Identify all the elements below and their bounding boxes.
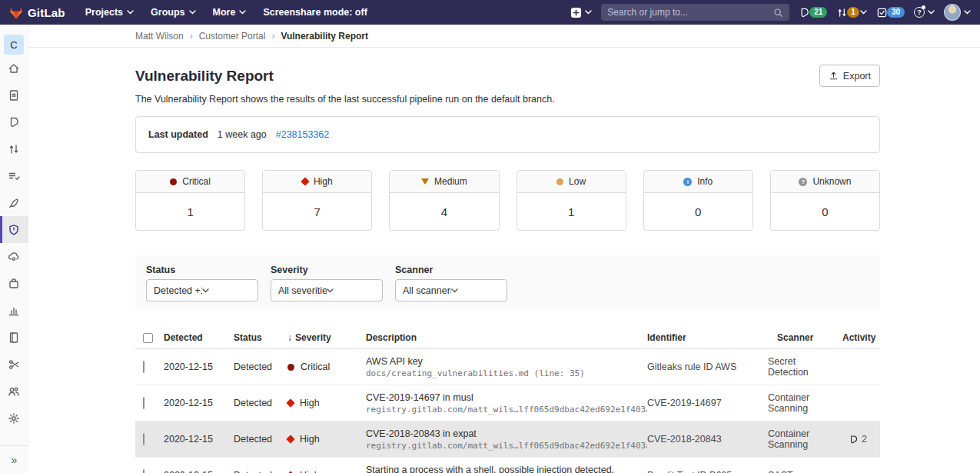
column-header-detected[interactable]: Detected bbox=[164, 332, 234, 343]
sidebar-item-members[interactable] bbox=[0, 378, 28, 405]
document-icon bbox=[8, 89, 20, 102]
severity-high-icon bbox=[286, 398, 294, 407]
scanner-cell: Container Scanning bbox=[766, 392, 838, 414]
row-checkbox[interactable] bbox=[143, 469, 145, 473]
column-header-severity[interactable]: ↓Severity bbox=[287, 332, 366, 343]
sidebar-item-operations[interactable] bbox=[0, 243, 28, 270]
vulnerability-title-link[interactable]: Starting a process with a shell, possibl… bbox=[366, 465, 647, 473]
severity-card-info: iInfo 0 bbox=[643, 170, 753, 231]
new-menu-button[interactable] bbox=[570, 7, 592, 18]
sidebar-item-wiki[interactable] bbox=[0, 324, 28, 351]
sidebar-item-cicd[interactable] bbox=[0, 189, 28, 216]
chevron-down-icon bbox=[327, 288, 375, 293]
column-header-status[interactable]: Status bbox=[234, 332, 287, 343]
chevron-down-icon bbox=[202, 288, 251, 293]
sidebar-item-settings[interactable] bbox=[0, 405, 28, 431]
issues-count-badge: 21 bbox=[809, 7, 827, 18]
chevron-down-icon bbox=[127, 10, 134, 15]
activity-issues-indicator[interactable]: 2 bbox=[838, 434, 880, 445]
sidebar-item-snippets[interactable] bbox=[0, 351, 28, 378]
table-row[interactable]: 2020-12-15 Detected Critical AWS API key… bbox=[135, 349, 880, 385]
sidebar-item-security-compliance[interactable] bbox=[0, 216, 28, 243]
last-updated-box: Last updated 1 week ago #238153362 bbox=[135, 116, 880, 153]
scanner-filter-dropdown[interactable]: All scanners bbox=[395, 279, 507, 301]
last-updated-value: 1 week ago bbox=[218, 129, 267, 140]
severity-critical-icon bbox=[170, 178, 177, 185]
row-checkbox[interactable] bbox=[143, 397, 145, 409]
cloud-gear-icon bbox=[8, 251, 20, 263]
vulnerability-title-link[interactable]: CVE-2018-20843 in expat bbox=[366, 428, 647, 439]
vulnerability-title-link[interactable]: AWS API key bbox=[366, 356, 647, 367]
sidebar-collapse-button[interactable]: » bbox=[0, 445, 28, 473]
status-cell: Detected bbox=[234, 470, 287, 473]
sidebar-item-requirements[interactable] bbox=[0, 162, 28, 189]
breadcrumb-project[interactable]: Customer Portal bbox=[199, 31, 266, 42]
row-checkbox[interactable] bbox=[143, 361, 145, 373]
help-menu-button[interactable]: ? bbox=[914, 7, 935, 18]
identifier-cell: CVE-2018-20843 bbox=[647, 434, 766, 445]
pipeline-link[interactable]: #238153362 bbox=[276, 129, 330, 140]
nav-menu-groups[interactable]: Groups bbox=[143, 0, 203, 25]
unknown-count: 0 bbox=[771, 193, 879, 230]
package-bag-icon bbox=[8, 278, 20, 290]
sort-desc-icon: ↓ bbox=[287, 332, 292, 343]
table-row[interactable]: 2020-12-15 Detected High CVE-2019-14697 … bbox=[135, 385, 880, 421]
severity-cell: High bbox=[300, 434, 320, 445]
sidebar-item-analytics[interactable] bbox=[0, 297, 28, 324]
users-icon bbox=[8, 385, 20, 398]
detected-cell: 2020-12-15 bbox=[164, 361, 234, 372]
detected-cell: 2020-12-15 bbox=[164, 398, 234, 408]
nav-menu-projects[interactable]: Projects bbox=[78, 0, 141, 25]
sidebar-item-project-overview[interactable] bbox=[0, 55, 28, 82]
severity-filter-dropdown[interactable]: All severities bbox=[271, 279, 383, 301]
chevron-down-icon bbox=[239, 10, 246, 15]
notification-dot bbox=[922, 5, 925, 9]
scanner-cell: Container Scanning bbox=[766, 428, 838, 450]
identifier-cell: CVE-2019-14697 bbox=[647, 398, 766, 408]
severity-cell: High bbox=[300, 398, 320, 408]
nav-screenshare-toggle[interactable]: Screenshare mode: off bbox=[255, 0, 374, 25]
sidebar-item-packages[interactable] bbox=[0, 270, 28, 297]
sidebar-item-merge-requests[interactable] bbox=[0, 135, 28, 162]
status-filter-dropdown[interactable]: Detected +1 more bbox=[146, 279, 258, 301]
select-all-checkbox[interactable] bbox=[143, 333, 153, 343]
merge-request-icon bbox=[8, 143, 20, 155]
todo-count-badge: 30 bbox=[887, 7, 905, 18]
column-header-description[interactable]: Description bbox=[366, 332, 647, 343]
project-avatar[interactable]: C bbox=[4, 35, 24, 55]
breadcrumb-separator: › bbox=[190, 31, 193, 42]
scanner-cell: Secret Detection bbox=[766, 356, 838, 378]
gitlab-logo[interactable]: GitLab bbox=[9, 6, 65, 19]
user-menu-button[interactable] bbox=[944, 4, 971, 21]
column-header-identifier[interactable]: Identifier bbox=[647, 332, 766, 343]
global-search[interactable] bbox=[601, 4, 789, 21]
breadcrumb: Matt Wilson › Customer Portal › Vulnerab… bbox=[28, 25, 980, 48]
breadcrumb-user[interactable]: Matt Wilson bbox=[135, 31, 184, 42]
issues-nav-button[interactable]: 21 bbox=[799, 7, 827, 18]
sidebar-item-issues[interactable] bbox=[0, 108, 28, 135]
severity-cell: High bbox=[300, 470, 320, 473]
todos-nav-button[interactable]: 30 bbox=[876, 7, 905, 18]
table-row[interactable]: 2020-12-15 Detected High Starting a proc… bbox=[135, 458, 880, 473]
user-avatar bbox=[944, 4, 961, 21]
top-navbar: GitLab Projects Groups More Screenshare … bbox=[0, 0, 980, 25]
row-checkbox[interactable] bbox=[143, 433, 145, 445]
export-button[interactable]: Export bbox=[819, 65, 880, 87]
merge-requests-nav-button[interactable]: 1 bbox=[836, 7, 867, 18]
sidebar-item-repository[interactable] bbox=[0, 82, 28, 108]
column-header-activity[interactable]: Activity bbox=[838, 332, 880, 343]
chevron-down-icon bbox=[189, 10, 196, 15]
search-icon bbox=[773, 8, 783, 18]
table-row-highlighted[interactable]: 2020-12-15 Detected High CVE-2018-20843 … bbox=[135, 421, 880, 458]
column-header-scanner[interactable]: Scanner bbox=[766, 332, 838, 343]
chevron-down-icon bbox=[585, 10, 592, 15]
table-header-row: Detected Status ↓Severity Description Id… bbox=[135, 327, 880, 349]
high-count: 7 bbox=[263, 193, 371, 230]
last-updated-label: Last updated bbox=[148, 129, 208, 140]
tanuki-icon bbox=[9, 6, 23, 19]
severity-card-medium: Medium 4 bbox=[389, 170, 499, 231]
vulnerability-title-link[interactable]: CVE-2019-14697 in musl bbox=[366, 392, 647, 403]
vulnerability-location: registry.gitlab.com/matt_wils…lff065d9db… bbox=[366, 405, 647, 415]
nav-menu-more[interactable]: More bbox=[205, 0, 254, 25]
search-input[interactable] bbox=[607, 7, 773, 18]
